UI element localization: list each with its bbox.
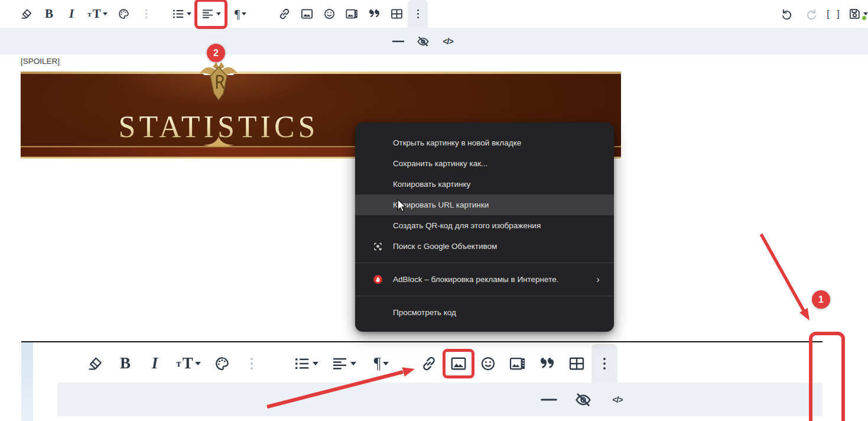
draft-saved-status-dot <box>862 15 867 21</box>
table-icon <box>568 355 586 373</box>
image-icon <box>300 7 314 21</box>
italic-glyph: I <box>69 8 74 20</box>
more-options-button[interactable] <box>408 0 428 28</box>
paragraph-format-glyph: ¶ <box>235 8 240 20</box>
table-icon <box>390 7 404 21</box>
drafts-button[interactable] <box>846 0 868 28</box>
annotation-arrow-2 <box>260 360 422 416</box>
editor-toolbar-top: BIтT¶ [ ] <box>0 0 868 28</box>
hr-icon <box>391 34 405 48</box>
insert-media-button[interactable] <box>503 345 532 383</box>
image-icon <box>450 355 467 373</box>
save-icon <box>848 7 862 21</box>
menu-item-label: Копировать картинку <box>393 180 470 189</box>
menu-item-copy-image-url[interactable]: Копировать URL картинки <box>355 195 614 215</box>
media-icon <box>509 355 526 373</box>
menu-separator <box>355 263 614 263</box>
insert-quote-button[interactable] <box>363 0 385 28</box>
step-2-badge: 2 <box>207 44 225 62</box>
insert-image-button[interactable] <box>295 0 318 28</box>
smilies-button[interactable] <box>318 0 340 28</box>
context-menu: Открыть картинку в новой вкладкеСохранит… <box>355 122 614 332</box>
step-1-badge: 1 <box>812 290 830 309</box>
bold-glyph: B <box>45 8 53 20</box>
text-align-button[interactable] <box>196 0 226 28</box>
code-button[interactable]: </> <box>607 383 628 416</box>
bb-code-glyph: [ ] <box>827 9 841 19</box>
text-color-button[interactable] <box>207 345 237 383</box>
chevron-down-icon <box>187 12 191 15</box>
undo-button[interactable] <box>775 0 799 28</box>
toolbar-group-3 <box>414 344 617 383</box>
menu-separator <box>355 296 614 296</box>
bold-button[interactable]: B <box>38 0 60 28</box>
menu-item-open-image-new-tab[interactable]: Открыть картинку в новой вкладке <box>355 132 614 153</box>
bold-glyph: B <box>120 355 131 371</box>
remove-format-button[interactable] <box>15 0 38 28</box>
more-options-button[interactable] <box>591 344 617 383</box>
insert-image-button[interactable] <box>444 345 473 383</box>
align-icon <box>201 7 214 21</box>
eye-slash-icon <box>416 34 430 48</box>
font-size-button[interactable]: тT <box>83 0 112 28</box>
eraser-icon <box>20 7 34 21</box>
annotation-box-right <box>809 332 845 421</box>
horizontal-rule-button[interactable] <box>538 383 560 416</box>
palette-icon <box>213 355 231 373</box>
insert-quote-button[interactable] <box>532 345 562 383</box>
horizontal-rule-button[interactable] <box>389 28 407 54</box>
text-color-button[interactable] <box>112 0 135 28</box>
dots-vertical-icon <box>411 7 425 21</box>
media-icon <box>345 7 359 21</box>
submenu-chevron-icon: › <box>596 274 600 284</box>
remove-format-button[interactable] <box>81 345 110 383</box>
menu-item-search-google-lens[interactable]: Поиск с Google Объективом <box>355 236 614 257</box>
toolbar-group-1: BIтT <box>15 0 157 28</box>
redo-button[interactable] <box>799 0 823 28</box>
bold-button[interactable]: B <box>110 345 140 383</box>
quote-icon <box>368 7 381 21</box>
menu-item-label: AdBlock – блокировка рекламы в Интернете… <box>393 275 558 284</box>
italic-button[interactable]: I <box>60 0 83 28</box>
spoiler-button[interactable] <box>573 383 594 416</box>
insert-table-button[interactable] <box>385 0 408 28</box>
insert-table-button[interactable] <box>562 345 591 383</box>
redo-icon <box>804 7 818 21</box>
menu-item-copy-image[interactable]: Копировать картинку <box>355 174 614 195</box>
paragraph-format-button[interactable]: ¶ <box>226 0 255 28</box>
menu-item-label: Просмотреть код <box>393 308 456 317</box>
menu-item-inspect-code[interactable]: Просмотреть код <box>355 302 614 323</box>
chevron-down-icon <box>195 362 201 365</box>
font-size-small-glyph: т <box>176 358 181 368</box>
insert-link-button[interactable] <box>273 0 295 28</box>
dots-vertical-icon <box>139 7 153 21</box>
editor-page: { "colors": { "annotation_red": "#e23b3c… <box>0 0 868 421</box>
chevron-down-icon <box>242 12 246 15</box>
list-icon <box>171 7 185 21</box>
italic-glyph: I <box>152 355 158 371</box>
italic-button[interactable]: I <box>140 345 170 383</box>
palette-icon <box>117 7 131 21</box>
toolbar-more-row-bottom: </> <box>57 383 823 416</box>
font-size-button[interactable]: тT <box>170 345 207 383</box>
smilies-button[interactable] <box>473 345 503 383</box>
hr-icon <box>539 390 558 409</box>
menu-item-adblock[interactable]: AdBlock – блокировка рекламы в Интернете… <box>355 269 614 290</box>
annotation-arrow-1 <box>750 228 827 331</box>
spoiler-bbcode-text: [SPOILER] <box>21 57 60 66</box>
menu-item-label: Копировать URL картинки <box>393 200 489 209</box>
spoiler-button[interactable] <box>414 28 432 54</box>
menu-item-save-image-as[interactable]: Сохранить картинку как... <box>355 153 614 174</box>
dots-vertical-icon <box>596 355 613 373</box>
mouse-cursor <box>397 199 407 213</box>
insert-media-button[interactable] <box>340 0 363 28</box>
unordered-list-button[interactable] <box>167 0 196 28</box>
quote-block-strip <box>21 342 33 421</box>
code-button[interactable]: </> <box>439 28 457 54</box>
code-glyph: </> <box>612 396 622 404</box>
menu-item-create-qr-code[interactable]: Создать QR-код для этого изображения <box>355 215 614 236</box>
more-formats-button[interactable] <box>135 0 157 28</box>
toolbar-group-1: BIтT <box>81 345 266 383</box>
toolbar-right-cluster: [ ] <box>775 0 868 28</box>
bb-code-button[interactable]: [ ] <box>823 0 846 28</box>
